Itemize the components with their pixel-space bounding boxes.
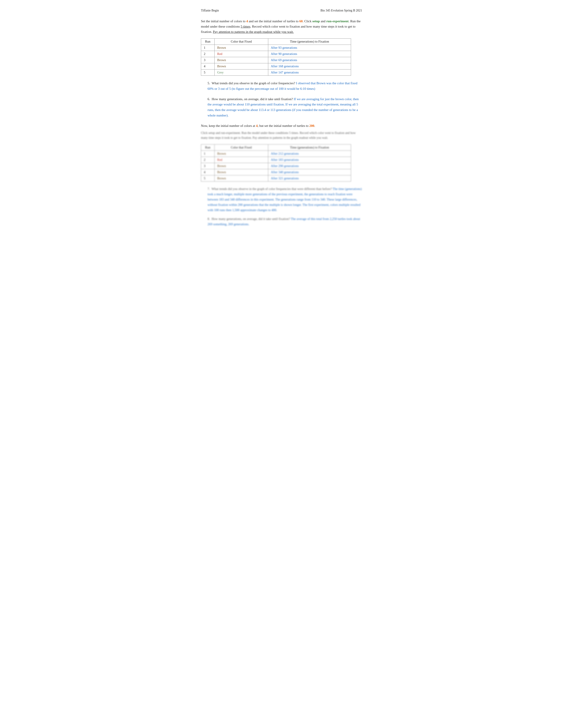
section2-colors-num: 4 bbox=[256, 124, 258, 128]
table2-cell-time: After 321 generations bbox=[268, 175, 351, 182]
blurred-table2-header-color: Color that Fixed bbox=[214, 144, 268, 151]
course-info: Bio 345 Evolution Spring B 2021 bbox=[321, 9, 362, 12]
table1-header-time: Time (generations) to Fixation bbox=[268, 39, 351, 45]
intro-part3: . Click bbox=[303, 19, 312, 23]
table2-cell-color: Brown bbox=[214, 169, 268, 175]
table2-cell-color: Red bbox=[214, 157, 268, 163]
table2-cell-time: After 183 generations bbox=[268, 157, 351, 163]
table2-cell-time: After 340 generations bbox=[268, 169, 351, 175]
section2-part3: . bbox=[315, 124, 315, 128]
table2-cell-color: Brown bbox=[214, 175, 268, 182]
table2-cell-color: Brown bbox=[214, 163, 268, 169]
blurred-table2-header-time: Time (generations) to Fixation bbox=[268, 144, 351, 151]
table2-cell-run: 5 bbox=[201, 175, 214, 182]
table1-cell-time: After 147 generations bbox=[268, 69, 351, 76]
intro-times: 5 times bbox=[241, 25, 250, 28]
table2-cell-run: 2 bbox=[201, 157, 214, 163]
blurred-instructions: Click setup and run-experiment. Run the … bbox=[201, 131, 362, 141]
qa6-number: 6. bbox=[207, 97, 212, 101]
table1-cell-color: Grey bbox=[214, 69, 268, 76]
table2-cell-run: 4 bbox=[201, 169, 214, 175]
table1-cell-color: Brown bbox=[214, 45, 268, 51]
table-row: 5BrownAfter 321 generations bbox=[201, 175, 351, 182]
intro-and: and bbox=[320, 19, 326, 23]
blurred-qa8-number: 8. bbox=[207, 217, 211, 221]
table1-cell-run: 2 bbox=[201, 51, 214, 57]
colors-number: 4 bbox=[246, 19, 248, 23]
qa-section-1: 5. What trends did you observe in the gr… bbox=[201, 81, 362, 118]
table-row: 4BrownAfter 168 generations bbox=[201, 63, 351, 69]
table-row: 4BrownAfter 340 generations bbox=[201, 169, 351, 175]
table-row: 1BrownAfter 93 generations bbox=[201, 45, 351, 51]
table2-cell-color: Brown bbox=[214, 151, 268, 157]
table1-cell-time: After 93 generations bbox=[268, 45, 351, 51]
table2-cell-time: After 212 generations bbox=[268, 151, 351, 157]
qa5-number: 5. bbox=[207, 81, 211, 85]
blurred-table2-header-run: Run bbox=[201, 144, 214, 151]
table-row: 2RedAfter 90 generations bbox=[201, 51, 351, 57]
table-row: 2RedAfter 183 generations bbox=[201, 157, 351, 163]
table-row: 1BrownAfter 212 generations bbox=[201, 151, 351, 157]
qa6-question: How many generations, on average, did it… bbox=[212, 97, 293, 101]
intro-underline: Pay attention to patterns in the graph r… bbox=[213, 30, 294, 34]
section2-part2: , but set the initial number of turtles … bbox=[258, 124, 309, 128]
table1-cell-run: 4 bbox=[201, 63, 214, 69]
setup-label: setup bbox=[313, 19, 320, 23]
qa-item-6: 6. How many generations, on average, did… bbox=[207, 96, 362, 118]
blurred-qa7-number: 7. bbox=[207, 187, 211, 191]
table1-header-color: Color that Fixed bbox=[214, 39, 268, 45]
blurred-qa8-question: How many generations, on average, did it… bbox=[211, 217, 290, 221]
section2-part1: Now, keep the initial number of colors a… bbox=[201, 124, 256, 128]
table2-cell-time: After 290 generations bbox=[268, 163, 351, 169]
table1-cell-color: Red bbox=[214, 51, 268, 57]
table1-cell-time: After 168 generations bbox=[268, 63, 351, 69]
author-name: Tiffanie Begin bbox=[201, 9, 219, 12]
intro-part2: and set the initial number of turtles to bbox=[248, 19, 300, 23]
table1-cell-time: After 90 generations bbox=[268, 51, 351, 57]
run-experiment-label: run-experiment bbox=[326, 19, 349, 23]
qa-item-5: 5. What trends did you observe in the gr… bbox=[207, 81, 362, 92]
table-row: 5GreyAfter 147 generations bbox=[201, 69, 351, 76]
turtles-number: 60 bbox=[300, 19, 303, 23]
table1-cell-time: After 69 generations bbox=[268, 57, 351, 63]
blurred-table-2: Run Color that Fixed Time (generations) … bbox=[201, 144, 362, 182]
section2-turtles-num: 200 bbox=[309, 124, 315, 128]
table-row: 3BrownAfter 290 generations bbox=[201, 163, 351, 169]
blurred-qa7-answer: The time (generations) took a much longe… bbox=[207, 187, 362, 212]
blurred-line1: Click setup and run-experiment. Run the … bbox=[201, 131, 362, 141]
table-row: 3BrownAfter 69 generations bbox=[201, 57, 351, 63]
blurred-qa7-question: What trends did you observe in the graph… bbox=[211, 187, 332, 191]
table2-cell-run: 1 bbox=[201, 151, 214, 157]
table1-cell-run: 3 bbox=[201, 57, 214, 63]
table1-cell-run: 5 bbox=[201, 69, 214, 76]
table1-cell-color: Brown bbox=[214, 57, 268, 63]
blurred-qa-7: 7. What trends did you observe in the gr… bbox=[201, 186, 362, 227]
table1-cell-run: 1 bbox=[201, 45, 214, 51]
results-table-1: Run Color that Fixed Time (generations) … bbox=[201, 38, 351, 76]
table2-cell-run: 3 bbox=[201, 163, 214, 169]
qa5-question: What trends did you observe in the graph… bbox=[211, 81, 295, 85]
table1-cell-color: Brown bbox=[214, 63, 268, 69]
intro-paragraph: Set the initial number of colors to 4 an… bbox=[201, 19, 362, 34]
intro-part1: Set the initial number of colors to bbox=[201, 19, 246, 23]
section2-intro: Now, keep the initial number of colors a… bbox=[201, 123, 362, 128]
header: Tiffanie Begin Bio 345 Evolution Spring … bbox=[201, 9, 362, 12]
table1-header-run: Run bbox=[201, 39, 214, 45]
